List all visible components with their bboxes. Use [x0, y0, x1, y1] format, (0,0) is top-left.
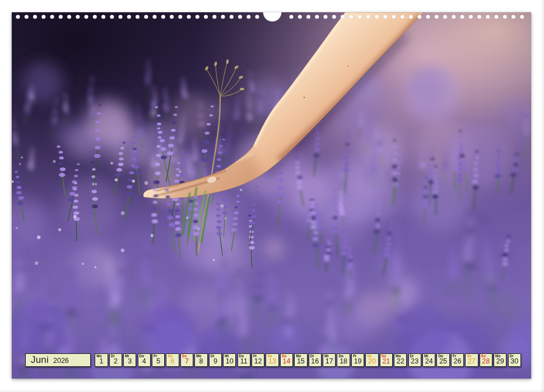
calendar-day-cell: Sa20 [365, 353, 378, 367]
day-number: 13 [266, 358, 278, 365]
day-number: 2 [110, 358, 122, 365]
calendar-day-cell: Mi17 [323, 353, 336, 367]
calendar-day-cell: Do4 [138, 353, 151, 367]
calendar-day-cell: Fr5 [152, 353, 165, 367]
calendar-day-cell: So21 [380, 353, 393, 367]
calendar-day-cell: Do18 [337, 353, 350, 367]
year-label: 2026 [53, 357, 69, 365]
calendar-day-cell: So28 [480, 353, 492, 367]
day-number: 15 [295, 358, 306, 365]
day-number: 1 [95, 358, 107, 365]
calendar-day-cell: Di30 [508, 353, 521, 367]
month-name: Juni [31, 354, 49, 366]
calendar-day-cell: Fr12 [252, 353, 264, 367]
calendar-day-cell: So7 [180, 353, 193, 367]
day-number: 14 [281, 358, 292, 365]
calendar-day-cell: So14 [280, 353, 293, 367]
day-number: 10 [224, 358, 235, 365]
calendar-day-cell: Fr26 [451, 353, 464, 367]
day-number: 29 [494, 358, 506, 365]
calendar-day-cell: Mo22 [394, 353, 407, 367]
day-number: 25 [437, 358, 449, 365]
calendar-day-cell: Mi10 [223, 353, 236, 367]
day-number: 18 [337, 358, 349, 365]
day-number: 3 [124, 358, 136, 365]
day-number: 19 [352, 358, 364, 365]
day-number: 27 [466, 358, 477, 365]
day-number: 21 [380, 358, 392, 365]
calendar-day-cell: Mo1 [95, 353, 108, 367]
calendar-day-cell: Di16 [309, 353, 322, 367]
calendar-day-cell: Sa6 [166, 353, 179, 367]
calendar-day-cell: Di2 [109, 353, 122, 367]
calendar-day-cell: Mi3 [123, 353, 136, 367]
day-number: 28 [480, 358, 492, 365]
calendar-day-cell: Sa27 [465, 353, 478, 367]
day-number: 16 [309, 358, 321, 365]
day-number: 30 [509, 358, 520, 365]
calendar-page: Juni 2026 Mo1Di2Mi3Do4Fr5Sa6So7Mo8Di9Mi1… [0, 0, 544, 392]
day-number: 24 [423, 358, 435, 365]
calendar-day-cell: Do11 [238, 353, 250, 367]
day-number: 8 [195, 358, 207, 365]
calendar-day-cell: Do25 [436, 353, 449, 367]
day-number: 20 [366, 358, 378, 365]
day-number: 5 [152, 358, 164, 365]
calendar-day-cell: Mo15 [294, 353, 307, 367]
day-number: 4 [138, 358, 150, 365]
day-number: 7 [181, 358, 193, 365]
month-year-label: Juni 2026 [25, 353, 91, 367]
calendar-day-cell: Fr19 [351, 353, 364, 367]
calendar-day-cell: Mo8 [194, 353, 207, 367]
day-number: 23 [409, 358, 421, 365]
day-number: 26 [452, 358, 463, 365]
day-number: 12 [252, 358, 264, 365]
day-number: 11 [238, 358, 250, 365]
lavender-field-photo [12, 12, 531, 379]
calendar-day-cell: Mi24 [422, 353, 435, 367]
calendar-day-cell: Di9 [209, 353, 222, 367]
day-number: 22 [394, 358, 406, 365]
day-number: 6 [166, 358, 178, 365]
photo-artwork [12, 12, 531, 379]
calendar-day-cell: Di23 [408, 353, 421, 367]
calendar-day-cell: Sa13 [266, 353, 278, 367]
day-number: 9 [210, 358, 221, 365]
day-number: 17 [323, 358, 335, 365]
calendar-day-cell: Mo29 [494, 353, 506, 367]
